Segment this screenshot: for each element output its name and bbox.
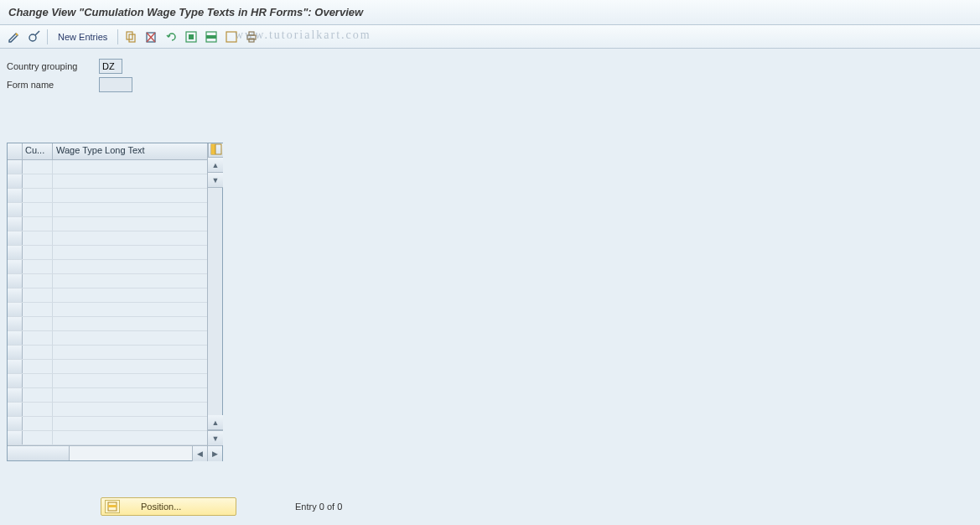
cell-wage-type-long-text[interactable] <box>53 417 207 430</box>
cell-cu[interactable] <box>23 260 53 273</box>
row-select[interactable] <box>8 388 23 402</box>
cell-wage-type-long-text[interactable] <box>53 174 207 188</box>
table-row[interactable] <box>8 388 207 403</box>
scroll-up-page-icon[interactable]: ▼ <box>208 173 223 188</box>
toggle-display-change-icon[interactable] <box>5 28 23 46</box>
cell-cu[interactable] <box>23 231 53 245</box>
cell-wage-type-long-text[interactable] <box>53 388 207 402</box>
cell-wage-type-long-text[interactable] <box>53 346 207 359</box>
row-select[interactable] <box>8 331 23 345</box>
cell-wage-type-long-text[interactable] <box>53 403 207 416</box>
cell-wage-type-long-text[interactable] <box>53 231 207 245</box>
table-row[interactable] <box>8 260 207 274</box>
row-select[interactable] <box>8 303 23 316</box>
select-all-icon[interactable] <box>182 28 200 46</box>
hscroll-track[interactable] <box>70 446 192 460</box>
cell-cu[interactable] <box>23 360 53 373</box>
table-header-select[interactable] <box>8 143 23 159</box>
table-row[interactable] <box>8 274 207 288</box>
cell-wage-type-long-text[interactable] <box>53 189 207 202</box>
cell-cu[interactable] <box>23 160 53 174</box>
cell-cu[interactable] <box>23 388 53 402</box>
cell-wage-type-long-text[interactable] <box>53 431 207 444</box>
table-row[interactable] <box>8 231 207 246</box>
table-row[interactable] <box>8 303 207 317</box>
deselect-all-icon[interactable] <box>222 28 241 46</box>
row-select[interactable] <box>8 374 23 387</box>
cell-wage-type-long-text[interactable] <box>53 317 207 330</box>
new-entries-button[interactable]: New Entries <box>51 29 114 44</box>
table-config-icon[interactable] <box>208 143 223 158</box>
scroll-right-icon[interactable]: ▶ <box>207 446 222 461</box>
cell-cu[interactable] <box>23 203 53 216</box>
cell-wage-type-long-text[interactable] <box>53 331 207 345</box>
row-select[interactable] <box>8 231 23 245</box>
cell-wage-type-long-text[interactable] <box>53 203 207 216</box>
cell-cu[interactable] <box>23 303 53 316</box>
cell-cu[interactable] <box>23 246 53 259</box>
table-row[interactable] <box>8 288 207 303</box>
row-select[interactable] <box>8 288 23 302</box>
cell-cu[interactable] <box>23 431 53 444</box>
cell-wage-type-long-text[interactable] <box>53 360 207 373</box>
row-select[interactable] <box>8 189 23 202</box>
country-grouping-input[interactable] <box>99 59 122 74</box>
cell-wage-type-long-text[interactable] <box>53 260 207 273</box>
table-row[interactable] <box>8 431 207 445</box>
cell-cu[interactable] <box>23 189 53 202</box>
select-block-icon[interactable] <box>202 28 220 46</box>
table-row[interactable] <box>8 160 207 174</box>
position-button[interactable]: Position... <box>101 497 236 516</box>
scroll-track[interactable] <box>208 188 222 415</box>
table-row[interactable] <box>8 317 207 331</box>
row-select[interactable] <box>8 403 23 416</box>
table-header-wage-type-long-text[interactable]: Wage Type Long Text <box>53 143 207 159</box>
delete-icon[interactable] <box>142 28 160 46</box>
row-select[interactable] <box>8 203 23 216</box>
cell-wage-type-long-text[interactable] <box>53 217 207 231</box>
row-select[interactable] <box>8 417 23 430</box>
cell-cu[interactable] <box>23 417 53 430</box>
cell-wage-type-long-text[interactable] <box>53 160 207 174</box>
table-row[interactable] <box>8 174 207 189</box>
cell-cu[interactable] <box>23 331 53 345</box>
cell-wage-type-long-text[interactable] <box>53 374 207 387</box>
form-name-input[interactable] <box>99 77 132 92</box>
cell-wage-type-long-text[interactable] <box>53 246 207 259</box>
table-row[interactable] <box>8 217 207 231</box>
row-select[interactable] <box>8 360 23 373</box>
cell-cu[interactable] <box>23 346 53 359</box>
cell-cu[interactable] <box>23 274 53 288</box>
row-select[interactable] <box>8 346 23 359</box>
print-icon[interactable] <box>242 28 261 46</box>
horizontal-scrollbar[interactable]: ◀ ▶ <box>8 445 222 460</box>
cell-cu[interactable] <box>23 317 53 330</box>
other-view-icon[interactable] <box>25 28 44 46</box>
row-select[interactable] <box>8 217 23 231</box>
copy-icon[interactable] <box>122 28 140 46</box>
cell-cu[interactable] <box>23 374 53 387</box>
table-row[interactable] <box>8 417 207 431</box>
table-row[interactable] <box>8 189 207 203</box>
table-row[interactable] <box>8 346 207 360</box>
row-select[interactable] <box>8 246 23 259</box>
scroll-left-icon[interactable]: ◀ <box>192 446 207 461</box>
cell-wage-type-long-text[interactable] <box>53 303 207 316</box>
table-row[interactable] <box>8 331 207 346</box>
row-select[interactable] <box>8 160 23 174</box>
row-select[interactable] <box>8 260 23 273</box>
cell-wage-type-long-text[interactable] <box>53 288 207 302</box>
cell-cu[interactable] <box>23 288 53 302</box>
cell-cu[interactable] <box>23 174 53 188</box>
table-row[interactable] <box>8 246 207 260</box>
cell-cu[interactable] <box>23 403 53 416</box>
undo-icon[interactable] <box>162 28 180 46</box>
table-header-cu[interactable]: Cu... <box>23 143 53 159</box>
cell-cu[interactable] <box>23 217 53 231</box>
row-select[interactable] <box>8 431 23 444</box>
scroll-down-page-icon[interactable]: ▲ <box>208 415 223 430</box>
row-select[interactable] <box>8 174 23 188</box>
row-select[interactable] <box>8 317 23 330</box>
table-row[interactable] <box>8 360 207 374</box>
scroll-down-icon[interactable]: ▼ <box>208 430 223 445</box>
